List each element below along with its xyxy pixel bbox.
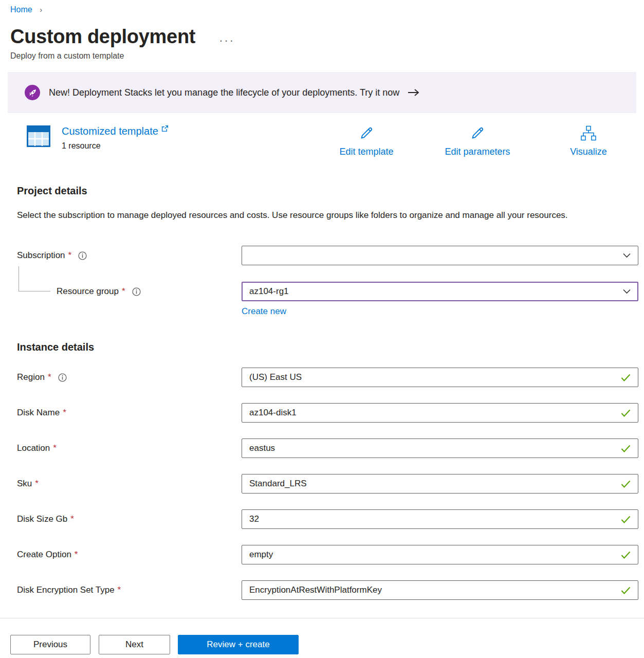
- breadcrumb-home-link[interactable]: Home: [10, 5, 32, 14]
- disk-name-label-cell: Disk Name *: [17, 408, 242, 418]
- visualize-button[interactable]: Visualize: [533, 125, 644, 157]
- resource-group-row: Resource group * az104-rg1: [17, 282, 638, 301]
- sku-input[interactable]: Standard_LRS: [242, 474, 638, 494]
- template-grid-icon: [27, 125, 50, 147]
- sku-row: Sku * Standard_LRS: [17, 474, 638, 494]
- create-option-input[interactable]: empty: [242, 545, 638, 564]
- instance-details-heading: Instance details: [17, 341, 644, 353]
- wizard-footer: Previous Next Review + create: [0, 618, 644, 658]
- sku-label: Sku: [17, 479, 32, 489]
- info-icon[interactable]: [132, 287, 141, 296]
- disk-encryption-label: Disk Encryption Set Type: [17, 585, 115, 595]
- breadcrumb: Home ›: [0, 0, 644, 14]
- create-option-label: Create Option: [17, 550, 71, 560]
- rocket-icon: [25, 85, 40, 100]
- subscription-dropdown[interactable]: [242, 246, 638, 265]
- info-icon[interactable]: [78, 251, 87, 260]
- edit-parameters-button[interactable]: Edit parameters: [422, 125, 533, 157]
- required-asterisk: *: [75, 550, 78, 560]
- visualize-label: Visualize: [570, 147, 607, 157]
- disk-encryption-set-type-row: Disk Encryption Set Type * EncryptionAtR…: [17, 580, 638, 600]
- region-label: Region: [17, 372, 45, 382]
- template-actions: Edit template Edit parameters Visua: [311, 125, 644, 157]
- next-button[interactable]: Next: [99, 635, 170, 654]
- location-label: Location: [17, 443, 50, 453]
- disk-encryption-label-cell: Disk Encryption Set Type *: [17, 585, 242, 595]
- pencil-icon: [359, 125, 374, 143]
- previous-button[interactable]: Previous: [10, 635, 90, 654]
- resource-group-label-cell: Resource group *: [17, 286, 242, 297]
- valid-check-icon: [621, 409, 631, 417]
- disk-size-label: Disk Size Gb: [17, 514, 67, 524]
- disk-name-input[interactable]: az104-disk1: [242, 403, 638, 423]
- subscription-label-cell: Subscription *: [17, 250, 242, 261]
- sku-label-cell: Sku *: [17, 479, 242, 489]
- instance-details-form: Region * (US) East US Disk Name *: [17, 368, 638, 600]
- required-asterisk: *: [68, 250, 72, 261]
- valid-check-icon: [621, 587, 631, 594]
- location-row: Location * eastus: [17, 438, 638, 458]
- edit-template-label: Edit template: [339, 147, 393, 157]
- region-value: (US) East US: [249, 372, 621, 382]
- required-asterisk: *: [118, 585, 121, 595]
- create-new-link[interactable]: Create new: [242, 306, 286, 316]
- subscription-row: Subscription *: [17, 246, 638, 265]
- resource-group-label: Resource group: [57, 286, 119, 297]
- custom-deployment-page: Home › Custom deployment ··· Deploy from…: [0, 0, 644, 618]
- deployment-stacks-banner: New! Deployment Stacks let you manage th…: [8, 72, 636, 113]
- disk-size-row: Disk Size Gb * 32: [17, 509, 638, 529]
- chevron-down-icon: [623, 289, 631, 294]
- hierarchy-connector-line: [19, 266, 50, 291]
- review-create-button[interactable]: Review + create: [178, 635, 299, 654]
- required-asterisk: *: [70, 514, 74, 524]
- project-details-heading: Project details: [17, 185, 644, 197]
- valid-check-icon: [621, 551, 631, 559]
- required-asterisk: *: [35, 479, 39, 489]
- hierarchy-icon: [580, 125, 597, 143]
- disk-name-label: Disk Name: [17, 408, 60, 418]
- region-row: Region * (US) East US: [17, 368, 638, 387]
- region-label-cell: Region *: [17, 372, 242, 382]
- page-title: Custom deployment: [10, 26, 195, 48]
- disk-name-value: az104-disk1: [249, 408, 621, 418]
- template-resource-count: 1 resource: [62, 141, 169, 151]
- disk-size-input[interactable]: 32: [242, 509, 638, 529]
- required-asterisk: *: [48, 372, 51, 382]
- valid-check-icon: [621, 374, 631, 381]
- resource-group-value: az104-rg1: [249, 286, 623, 297]
- valid-check-icon: [621, 480, 631, 488]
- page-subtitle: Deploy from a custom template: [10, 51, 644, 61]
- valid-check-icon: [621, 516, 631, 523]
- required-asterisk: *: [53, 443, 57, 453]
- chevron-down-icon: [623, 253, 631, 258]
- pencil-icon: [470, 125, 485, 143]
- create-option-row: Create Option * empty: [17, 545, 638, 564]
- location-input[interactable]: eastus: [242, 438, 638, 458]
- banner-message[interactable]: New! Deployment Stacks let you manage th…: [49, 87, 399, 98]
- required-asterisk: *: [63, 408, 66, 418]
- create-option-value: empty: [249, 550, 621, 560]
- disk-size-value: 32: [249, 514, 621, 524]
- disk-encryption-input[interactable]: EncryptionAtRestWithPlatformKey: [242, 580, 638, 600]
- breadcrumb-separator-icon: ›: [40, 5, 42, 14]
- create-option-label-cell: Create Option *: [17, 550, 242, 560]
- project-details-description: Select the subscription to manage deploy…: [17, 207, 608, 223]
- required-asterisk: *: [122, 286, 125, 297]
- disk-size-label-cell: Disk Size Gb *: [17, 514, 242, 524]
- external-link-icon: [161, 125, 169, 132]
- customized-template-link[interactable]: Customized template: [62, 125, 158, 137]
- location-value: eastus: [249, 443, 621, 453]
- sku-value: Standard_LRS: [249, 479, 621, 489]
- arrow-right-icon[interactable]: [408, 88, 419, 97]
- location-label-cell: Location *: [17, 443, 242, 453]
- project-details-form: Subscription * Resource group *: [17, 246, 638, 317]
- valid-check-icon: [621, 445, 631, 452]
- edit-parameters-label: Edit parameters: [445, 147, 510, 157]
- region-input[interactable]: (US) East US: [242, 368, 638, 387]
- disk-name-row: Disk Name * az104-disk1: [17, 403, 638, 423]
- info-icon[interactable]: [58, 373, 67, 382]
- edit-template-button[interactable]: Edit template: [311, 125, 422, 157]
- resource-group-dropdown[interactable]: az104-rg1: [242, 282, 638, 301]
- subscription-label: Subscription: [17, 250, 65, 261]
- more-options-button[interactable]: ···: [219, 38, 235, 43]
